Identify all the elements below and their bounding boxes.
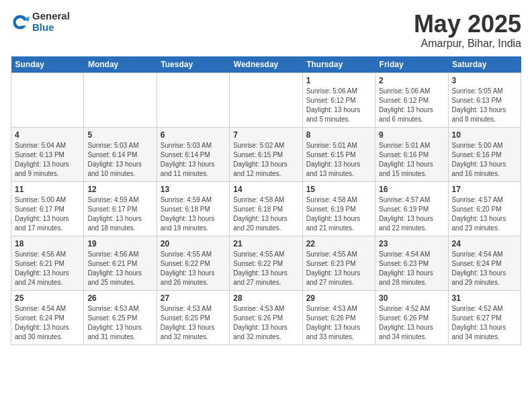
calendar-week-row: 4Sunrise: 5:04 AM Sunset: 6:13 PM Daylig…: [11, 127, 521, 181]
day-number: 8: [306, 130, 371, 140]
calendar-subtitle: Amarpur, Bihar, India: [414, 38, 521, 50]
day-number: 30: [379, 293, 444, 303]
calendar-cell: 28Sunrise: 4:53 AM Sunset: 6:26 PM Dayli…: [230, 290, 302, 345]
calendar-cell: 20Sunrise: 4:55 AM Sunset: 6:22 PM Dayli…: [157, 236, 229, 290]
day-info: Sunrise: 4:55 AM Sunset: 6:22 PM Dayligh…: [161, 250, 226, 287]
calendar-cell: 9Sunrise: 5:01 AM Sunset: 6:16 PM Daylig…: [375, 127, 448, 181]
day-info: Sunrise: 4:58 AM Sunset: 6:18 PM Dayligh…: [233, 195, 298, 233]
day-info: Sunrise: 4:54 AM Sunset: 6:24 PM Dayligh…: [452, 250, 517, 287]
day-number: 12: [87, 185, 152, 194]
day-info: Sunrise: 5:06 AM Sunset: 6:12 PM Dayligh…: [379, 87, 444, 124]
logo-blue-text: Blue: [32, 22, 70, 34]
header-friday: Friday: [375, 56, 448, 73]
day-info: Sunrise: 4:56 AM Sunset: 6:21 PM Dayligh…: [87, 250, 152, 287]
day-number: 24: [452, 239, 517, 248]
header-sunday: Sunday: [11, 56, 84, 73]
calendar-week-row: 1Sunrise: 5:06 AM Sunset: 6:12 PM Daylig…: [11, 73, 521, 127]
calendar-title: May 2025: [414, 11, 521, 38]
calendar-cell: 12Sunrise: 4:59 AM Sunset: 6:17 PM Dayli…: [84, 181, 157, 236]
day-number: 26: [87, 293, 152, 303]
calendar-cell: 2Sunrise: 5:06 AM Sunset: 6:12 PM Daylig…: [375, 73, 448, 127]
day-info: Sunrise: 5:02 AM Sunset: 6:15 PM Dayligh…: [233, 141, 298, 179]
calendar-cell: 7Sunrise: 5:02 AM Sunset: 6:15 PM Daylig…: [230, 127, 302, 181]
calendar-cell: 14Sunrise: 4:58 AM Sunset: 6:18 PM Dayli…: [230, 181, 302, 236]
day-info: Sunrise: 4:52 AM Sunset: 6:27 PM Dayligh…: [452, 304, 517, 342]
day-info: Sunrise: 5:04 AM Sunset: 6:13 PM Dayligh…: [15, 141, 80, 179]
calendar-cell: 25Sunrise: 4:54 AM Sunset: 6:24 PM Dayli…: [11, 290, 84, 345]
day-number: 27: [161, 293, 226, 303]
header-thursday: Thursday: [302, 56, 375, 73]
day-number: 21: [233, 239, 298, 248]
calendar-cell: [84, 73, 157, 127]
header-wednesday: Wednesday: [230, 56, 302, 73]
calendar-cell: 8Sunrise: 5:01 AM Sunset: 6:15 PM Daylig…: [302, 127, 375, 181]
day-number: 31: [452, 293, 517, 303]
day-number: 3: [452, 76, 517, 85]
calendar-cell: 26Sunrise: 4:53 AM Sunset: 6:25 PM Dayli…: [84, 290, 157, 345]
day-info: Sunrise: 5:00 AM Sunset: 6:16 PM Dayligh…: [452, 141, 517, 179]
page-header: General Blue May 2025 Amarpur, Bihar, In…: [11, 11, 521, 50]
calendar-cell: 17Sunrise: 4:57 AM Sunset: 6:20 PM Dayli…: [448, 181, 521, 236]
day-number: 9: [379, 130, 444, 140]
day-info: Sunrise: 4:57 AM Sunset: 6:20 PM Dayligh…: [452, 195, 517, 233]
day-info: Sunrise: 4:57 AM Sunset: 6:19 PM Dayligh…: [379, 195, 444, 233]
calendar-week-row: 25Sunrise: 4:54 AM Sunset: 6:24 PM Dayli…: [11, 290, 521, 345]
calendar-cell: [230, 73, 302, 127]
header-saturday: Saturday: [448, 56, 521, 73]
day-number: 23: [379, 239, 444, 248]
calendar-cell: 18Sunrise: 4:56 AM Sunset: 6:21 PM Dayli…: [11, 236, 84, 290]
calendar-cell: 24Sunrise: 4:54 AM Sunset: 6:24 PM Dayli…: [448, 236, 521, 290]
day-info: Sunrise: 4:54 AM Sunset: 6:23 PM Dayligh…: [379, 250, 444, 287]
calendar-cell: 3Sunrise: 5:05 AM Sunset: 6:13 PM Daylig…: [448, 73, 521, 127]
day-info: Sunrise: 5:06 AM Sunset: 6:12 PM Dayligh…: [306, 87, 371, 124]
day-number: 13: [161, 185, 226, 194]
calendar-cell: 16Sunrise: 4:57 AM Sunset: 6:19 PM Dayli…: [375, 181, 448, 236]
calendar-cell: 23Sunrise: 4:54 AM Sunset: 6:23 PM Dayli…: [375, 236, 448, 290]
day-info: Sunrise: 5:03 AM Sunset: 6:14 PM Dayligh…: [161, 141, 226, 179]
calendar-header-row: SundayMondayTuesdayWednesdayThursdayFrid…: [11, 56, 521, 73]
logo-general-text: General: [32, 11, 70, 22]
calendar-cell: 11Sunrise: 5:00 AM Sunset: 6:17 PM Dayli…: [11, 181, 84, 236]
day-number: 4: [15, 130, 80, 140]
calendar-cell: 27Sunrise: 4:53 AM Sunset: 6:25 PM Dayli…: [157, 290, 229, 345]
calendar-cell: 29Sunrise: 4:53 AM Sunset: 6:26 PM Dayli…: [302, 290, 375, 345]
day-info: Sunrise: 5:01 AM Sunset: 6:16 PM Dayligh…: [379, 141, 444, 179]
day-info: Sunrise: 4:54 AM Sunset: 6:24 PM Dayligh…: [15, 304, 80, 342]
calendar-week-row: 18Sunrise: 4:56 AM Sunset: 6:21 PM Dayli…: [11, 236, 521, 290]
day-info: Sunrise: 5:05 AM Sunset: 6:13 PM Dayligh…: [452, 87, 517, 124]
day-info: Sunrise: 4:55 AM Sunset: 6:22 PM Dayligh…: [233, 250, 298, 287]
calendar-cell: 1Sunrise: 5:06 AM Sunset: 6:12 PM Daylig…: [302, 73, 375, 127]
calendar-cell: [157, 73, 229, 127]
calendar-cell: 13Sunrise: 4:59 AM Sunset: 6:18 PM Dayli…: [157, 181, 229, 236]
logo: General Blue: [11, 11, 70, 33]
day-number: 29: [306, 293, 371, 303]
day-number: 17: [452, 185, 517, 194]
day-number: 14: [233, 185, 298, 194]
calendar-cell: 31Sunrise: 4:52 AM Sunset: 6:27 PM Dayli…: [448, 290, 521, 345]
header-monday: Monday: [84, 56, 157, 73]
day-number: 7: [233, 130, 298, 140]
calendar-cell: 19Sunrise: 4:56 AM Sunset: 6:21 PM Dayli…: [84, 236, 157, 290]
calendar-cell: 21Sunrise: 4:55 AM Sunset: 6:22 PM Dayli…: [230, 236, 302, 290]
day-number: 15: [306, 185, 371, 194]
day-info: Sunrise: 4:59 AM Sunset: 6:17 PM Dayligh…: [87, 195, 152, 233]
logo-text: General Blue: [32, 11, 70, 33]
calendar-cell: 4Sunrise: 5:04 AM Sunset: 6:13 PM Daylig…: [11, 127, 84, 181]
day-info: Sunrise: 4:59 AM Sunset: 6:18 PM Dayligh…: [161, 195, 226, 233]
day-info: Sunrise: 5:03 AM Sunset: 6:14 PM Dayligh…: [87, 141, 152, 179]
day-number: 16: [379, 185, 444, 194]
day-number: 1: [306, 76, 371, 85]
calendar-cell: [11, 73, 84, 127]
header-tuesday: Tuesday: [157, 56, 229, 73]
day-number: 18: [15, 239, 80, 248]
day-number: 19: [87, 239, 152, 248]
calendar-cell: 15Sunrise: 4:58 AM Sunset: 6:19 PM Dayli…: [302, 181, 375, 236]
day-info: Sunrise: 5:01 AM Sunset: 6:15 PM Dayligh…: [306, 141, 371, 179]
day-number: 10: [452, 130, 517, 140]
day-number: 6: [161, 130, 226, 140]
day-info: Sunrise: 4:53 AM Sunset: 6:25 PM Dayligh…: [87, 304, 152, 342]
day-info: Sunrise: 4:53 AM Sunset: 6:25 PM Dayligh…: [161, 304, 226, 342]
title-block: May 2025 Amarpur, Bihar, India: [414, 11, 521, 50]
day-number: 2: [379, 76, 444, 85]
day-info: Sunrise: 4:56 AM Sunset: 6:21 PM Dayligh…: [15, 250, 80, 287]
